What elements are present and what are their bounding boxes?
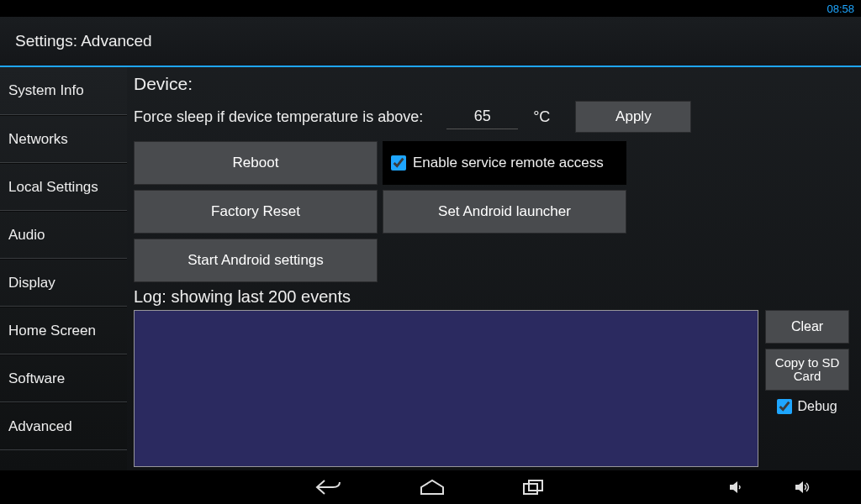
factory-reset-button[interactable]: Factory Reset xyxy=(134,190,378,234)
content-panel: Device: Force sleep if device temperatur… xyxy=(127,67,861,470)
sidebar-item-audio[interactable]: Audio xyxy=(0,211,127,259)
temp-row: Force sleep if device temperature is abo… xyxy=(134,101,849,133)
volume-up-icon[interactable] xyxy=(794,480,811,495)
status-bar: 08:58 xyxy=(0,0,861,17)
sidebar-item-label: Software xyxy=(8,370,65,387)
title-bar: Settings: Advanced xyxy=(0,17,861,67)
page-title: Settings: Advanced xyxy=(15,32,152,50)
volume-down-icon[interactable] xyxy=(728,480,743,495)
copy-sd-button[interactable]: Copy to SD Card xyxy=(765,349,849,391)
sidebar-item-label: Home Screen xyxy=(8,323,96,339)
svg-rect-0 xyxy=(524,484,537,494)
device-section-title: Device: xyxy=(134,74,849,94)
svg-rect-1 xyxy=(529,480,542,491)
sidebar-item-label: Display xyxy=(8,275,55,291)
sidebar-item-home-screen[interactable]: Home Screen xyxy=(0,307,127,354)
sidebar-item-system-info[interactable]: System Info xyxy=(0,67,127,115)
reboot-button[interactable]: Reboot xyxy=(134,141,378,185)
home-icon[interactable] xyxy=(419,478,446,496)
sidebar-item-networks[interactable]: Networks xyxy=(0,115,127,163)
sidebar-item-local-settings[interactable]: Local Settings xyxy=(0,163,127,211)
sidebar: System Info Networks Local Settings Audi… xyxy=(0,67,127,470)
temp-unit: °C xyxy=(533,108,550,126)
sidebar-item-advanced[interactable]: Advanced xyxy=(0,402,127,450)
temp-input[interactable] xyxy=(446,104,518,129)
debug-checkbox[interactable] xyxy=(777,399,792,414)
sidebar-item-label: Local Settings xyxy=(8,179,98,196)
apply-button[interactable]: Apply xyxy=(575,101,691,133)
android-settings-button[interactable]: Start Android settings xyxy=(134,239,378,282)
status-clock: 08:58 xyxy=(827,3,854,15)
temp-label: Force sleep if device temperature is abo… xyxy=(134,108,423,126)
remote-access-label: Enable service remote access xyxy=(413,155,604,171)
recents-icon[interactable] xyxy=(521,478,547,496)
clear-log-button[interactable]: Clear xyxy=(765,310,849,344)
sidebar-item-display[interactable]: Display xyxy=(0,259,127,307)
back-icon[interactable] xyxy=(314,478,343,496)
sidebar-item-label: Advanced xyxy=(8,418,72,435)
remote-access-row[interactable]: Enable service remote access xyxy=(383,141,626,185)
debug-row[interactable]: Debug xyxy=(765,399,849,414)
sidebar-item-label: Networks xyxy=(8,131,68,148)
debug-label: Debug xyxy=(797,399,837,414)
sidebar-item-label: System Info xyxy=(8,82,84,99)
sidebar-item-label: Audio xyxy=(8,227,45,244)
sidebar-item-software[interactable]: Software xyxy=(0,354,127,402)
remote-access-checkbox[interactable] xyxy=(391,155,406,171)
log-section-title: Log: showing last 200 events xyxy=(134,287,849,307)
log-output[interactable] xyxy=(134,310,758,467)
nav-bar xyxy=(0,470,861,504)
android-launcher-button[interactable]: Set Android launcher xyxy=(383,190,626,234)
